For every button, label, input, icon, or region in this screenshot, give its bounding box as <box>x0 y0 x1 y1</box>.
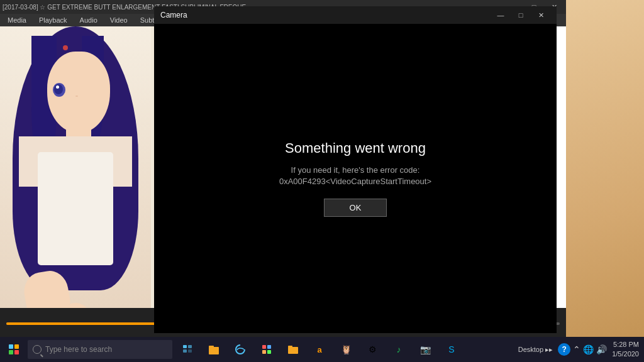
taskbar-app-icons: a 🦉 ⚙ ♪ 📷 S <box>175 337 464 362</box>
vlc-video-menu[interactable]: Video <box>108 16 130 24</box>
windows-logo-icon <box>9 344 19 354</box>
system-tray: ? ⌃ 🌐 🔊 <box>558 343 607 356</box>
help-icon[interactable]: ? <box>558 343 570 356</box>
svg-rect-4 <box>209 347 219 354</box>
start-button[interactable] <box>0 337 28 362</box>
svg-rect-10 <box>288 347 298 354</box>
skype-icon[interactable]: S <box>439 337 464 362</box>
windows-store-icon[interactable] <box>254 337 279 362</box>
svg-rect-1 <box>188 345 192 348</box>
error-subtitle-line1: If you need it, here's the error code: <box>279 164 431 177</box>
background-art <box>566 0 644 362</box>
desktop: [2017-03-08] ☆ GET EXTREME BUTT ENLARGEM… <box>0 0 644 362</box>
camera-maximize-button[interactable]: □ <box>511 6 530 24</box>
clock-date: 1/5/2020 <box>612 349 639 359</box>
ok-button[interactable]: OK <box>324 199 387 217</box>
desktop-button[interactable]: Desktop ▸▸ <box>518 346 553 354</box>
right-accent <box>566 0 644 362</box>
system-clock[interactable]: 5:28 PM 1/5/2020 <box>612 340 639 359</box>
tripadvisor-icon[interactable]: 🦉 <box>333 337 358 362</box>
vlc-media-menu[interactable]: Media <box>5 16 29 24</box>
svg-rect-11 <box>288 346 292 348</box>
camera-close-button[interactable]: ✕ <box>531 6 550 24</box>
edge-browser-icon[interactable] <box>228 337 253 362</box>
svg-rect-8 <box>262 350 266 354</box>
camera-minimize-button[interactable]: — <box>491 6 510 24</box>
settings-icon[interactable]: ⚙ <box>360 337 385 362</box>
search-handle <box>40 354 43 357</box>
taskbar-tray: Desktop ▸▸ ? ⌃ 🌐 🔊 5:28 PM 1/5/2020 <box>513 340 644 359</box>
camera-body: Something went wrong If you need it, her… <box>154 24 557 333</box>
error-code: 0xA00F4293<VideoCaptureStartTimeout> <box>279 177 431 186</box>
network-icon[interactable]: 🌐 <box>583 344 594 354</box>
spotify-icon[interactable]: ♪ <box>386 337 411 362</box>
volume-icon[interactable]: 🔊 <box>596 344 607 354</box>
error-title: Something went wrong <box>285 140 426 156</box>
task-view-button[interactable] <box>175 337 200 362</box>
svg-rect-9 <box>267 350 271 354</box>
camera-dialog: Camera — □ ✕ Something went wrong If you… <box>154 6 557 333</box>
svg-rect-2 <box>183 349 187 353</box>
clock-time: 5:28 PM <box>612 340 639 349</box>
amazon-icon[interactable]: a <box>307 337 332 362</box>
vlc-audio-menu[interactable]: Audio <box>77 16 100 24</box>
search-icon <box>33 345 42 354</box>
vlc-playback-menu[interactable]: Playback <box>36 16 70 24</box>
svg-rect-7 <box>267 345 271 349</box>
svg-rect-3 <box>188 349 192 353</box>
taskbar: Type here to search <box>0 337 644 362</box>
anime-character <box>0 26 151 308</box>
camera-window-controls: — □ ✕ <box>491 6 550 24</box>
search-placeholder: Type here to search <box>45 345 112 354</box>
file-explorer-icon[interactable] <box>201 337 226 362</box>
folder-icon[interactable] <box>280 337 306 362</box>
search-bar[interactable]: Type here to search <box>28 340 172 359</box>
camera-dialog-title: Camera <box>160 11 187 19</box>
svg-rect-6 <box>262 345 266 349</box>
camera-titlebar: Camera — □ ✕ <box>154 6 557 24</box>
chevron-up-icon[interactable]: ⌃ <box>573 344 580 354</box>
svg-rect-5 <box>209 346 214 348</box>
camera-app-icon[interactable]: 📷 <box>413 337 438 362</box>
svg-rect-0 <box>183 345 187 348</box>
